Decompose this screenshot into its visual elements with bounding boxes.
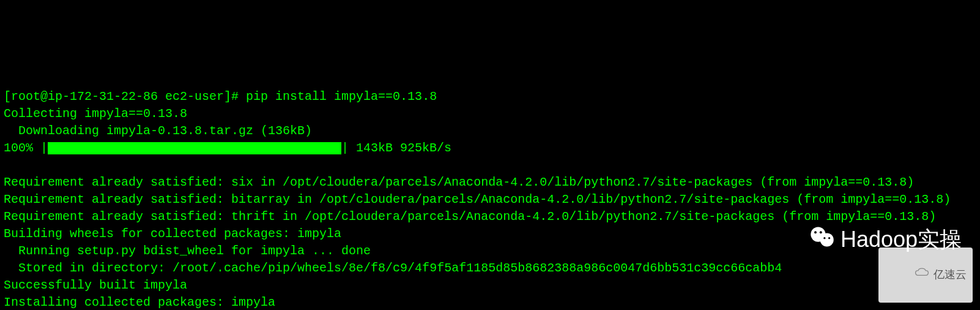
progress-stats: | 143kB 925kB/s <box>341 140 451 157</box>
output-installing: Installing collected packages: impyla <box>4 295 275 309</box>
svg-point-1 <box>820 233 834 246</box>
command: pip install impyla==0.13.8 <box>246 89 437 104</box>
output-req-six: Requirement already satisfied: six in /o… <box>4 175 914 189</box>
prompt: [root@ip-172-31-22-86 ec2-user]# <box>4 89 239 104</box>
output-collecting: Collecting impyla==0.13.8 <box>4 107 187 121</box>
output-running: Running setup.py bdist_wheel for impyla … <box>4 244 371 258</box>
progress-line: 100% || 143kB 925kB/s <box>4 140 976 157</box>
output-downloading: Downloading impyla-0.13.8.tar.gz (136kB) <box>4 124 312 138</box>
output-req-bitarray: Requirement already satisfied: bitarray … <box>4 192 951 206</box>
svg-point-4 <box>823 237 825 239</box>
svg-point-5 <box>828 237 830 239</box>
svg-point-3 <box>820 231 822 233</box>
progress-bar-fill <box>48 142 341 154</box>
output-stored: Stored in directory: /root/.cache/pip/wh… <box>4 261 782 275</box>
wechat-icon <box>779 206 836 273</box>
cloud-icon <box>885 249 930 301</box>
svg-point-2 <box>814 231 817 233</box>
progress-percent: 100% | <box>4 140 48 157</box>
output-building: Building wheels for collected packages: … <box>4 227 341 241</box>
terminal-output[interactable]: [root@ip-172-31-22-86 ec2-user]# pip ins… <box>4 71 976 310</box>
watermark-yisu: 亿速云 <box>878 248 973 303</box>
output-built: Successfully built impyla <box>4 278 187 292</box>
watermark-yisu-text: 亿速云 <box>934 267 967 282</box>
